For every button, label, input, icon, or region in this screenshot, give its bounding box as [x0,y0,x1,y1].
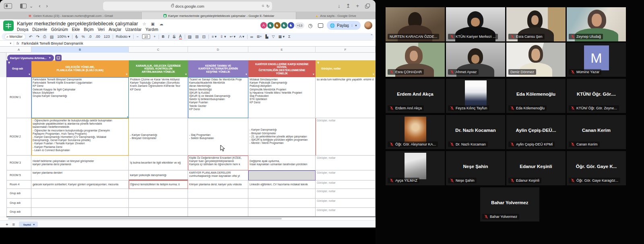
percent-format-icon[interactable]: % [82,35,85,39]
share-icon[interactable]: ↥ [346,0,351,12]
table-cell-D[interactable]: Kişilik Öz Değerlendirme Envanteri (KÖDE… [188,156,248,170]
participant-tile[interactable]: Ayça YILMAZ [386,151,445,185]
google-sheets-logo-icon[interactable] [3,21,14,31]
participant-tile[interactable]: KTÜN Kariyer Merkezi ... [446,7,505,41]
row-label-cell[interactable]: Grup adı [6,199,31,208]
participant-tile[interactable]: NURTEN KARACAN ÖZDE... [386,7,445,41]
column-header-F[interactable]: F [316,47,376,53]
header-dropdown-icon[interactable]: ▼ [185,73,187,76]
collaborator-avatar[interactable]: ♞ [267,22,274,29]
sidebar-chevron-icon[interactable]: ⌄ [29,0,33,12]
table-cell-B[interactable]: - Öğrencilerin profesyoneller ile buluşt… [31,118,129,156]
row-label-cell[interactable]: ROOM 2 [6,118,31,156]
table-cell-B[interactable]: Hedef belirleme çalışmaları ve bireysel … [31,156,129,170]
vertical-align-icon[interactable]: ⇳ ▾ [220,35,226,39]
row-label-cell[interactable]: ROOM 3 [6,156,31,170]
currency-format-icon[interactable]: ₺ [75,35,78,39]
horizontal-align-icon[interactable]: ≡ ▾ [212,35,217,39]
collaborator-avatar[interactable]: A [260,22,267,29]
collaborator-avatar[interactable]: ♞ [281,22,288,29]
table-header-C[interactable]: KARARLILIK, GELECEK ÜZERİNDE KİŞİSEL KON… [129,60,188,77]
menu-item-ekle[interactable]: Ekle [72,27,80,32]
paint-format-icon[interactable]: ▤ [50,35,54,39]
menu-item-görünüm[interactable]: Görünüm [51,27,68,32]
tab-pill-sheet-icon[interactable] [55,55,62,61]
table-cell-D[interactable] [188,208,248,217]
table-cell-F[interactable]: Görüşler, notlar [316,118,376,156]
undo-icon[interactable]: ↶ [29,35,32,39]
column-header-B[interactable]: B [31,47,129,53]
filter-funnel-icon[interactable] [8,62,10,65]
table-cell-E[interactable] [248,189,316,199]
redo-icon[interactable]: ↷ [36,35,39,39]
collaborator-avatar[interactable]: ♞ [274,22,281,29]
table-cell-F[interactable]: su anda tum katilimcilar giris yapabilir… [316,77,376,118]
table-cell-F[interactable]: Görüşler, notlar [316,199,376,208]
table-cell-F[interactable]: Görüşler, notlar [316,208,376,217]
sheet-tab-menu-icon[interactable]: ▼ [33,223,35,226]
menu-item-araçlar[interactable]: Araçlar [109,27,122,32]
zoom-select[interactable]: 100% ▾ [57,35,69,39]
collaborator-avatar[interactable]: ♞ [287,22,295,29]
table-cell-C[interactable]: Problem Çözme ve Karar Verme Atölyesi Ka… [129,77,188,118]
back-button[interactable]: ‹ [39,0,40,12]
tab-overview-icon[interactable] [365,4,370,8]
filter-funnel-icon[interactable] [317,62,320,65]
participant-tile[interactable]: Erdem Anıl Akça Erdem Anıl Akça [386,79,445,113]
menus-search-button[interactable]: ⌕ Menüler [5,34,25,39]
comments-icon[interactable] [318,23,323,28]
table-cell-C[interactable]: İş bulma becerileri ile ilgili etkinlikl… [129,156,188,170]
menu-item-uzantılar[interactable]: Uzantılar [126,27,142,32]
row-label-cell[interactable]: ROOM 1 [6,77,31,118]
column-header-A[interactable]: A [6,47,31,53]
version-history-icon[interactable]: ◷ [308,23,312,29]
font-size-increase[interactable]: + [154,35,156,39]
font-size-decrease[interactable]: − [136,35,138,39]
browser-tab[interactable]: ▲Ana sayfa - Google Drive [296,12,376,19]
number-format-icon[interactable]: 123 [104,35,110,39]
participant-tile[interactable]: Feyza Kılınç Tayfun [446,79,505,113]
table-cell-E[interactable] [248,208,316,217]
table-header-A[interactable]: Grup adı▼ [6,60,31,77]
participant-tile[interactable]: Eda Kölemenoğlu Eda Kölemenoğlu [506,79,566,113]
name-box[interactable]: ▾ [0,42,11,45]
collapse-toolbar-icon[interactable]: ⌃ [370,34,373,38]
participant-tile[interactable]: Dr. Nazlı Kocaman Dr. Nazlı Kocaman [446,115,505,149]
participant-tile[interactable]: Deniz Dönmez [506,43,566,77]
table-header-B[interactable]: GELECEĞE YÖNELME, PLANLILIĞA YÖNELİK (İL… [31,60,129,77]
row-label-cell[interactable]: Grup adı [6,189,31,199]
row-label-cell[interactable]: Grup adı [6,208,31,217]
new-tab-icon[interactable]: + [356,0,359,12]
text-color-icon[interactable]: A [179,34,182,39]
window-controls-icon[interactable] [4,3,12,9]
formula-value[interactable]: Farkındalık Temelli Bireysel Danışmanlık [22,41,83,45]
table-cell-D[interactable] [188,189,248,199]
header-dropdown-icon[interactable]: ▼ [28,73,31,76]
participant-tile[interactable]: Esra ÇOHADAR [386,43,445,77]
table-cell-E[interactable]: - Kariyer Danışmanlığı - Bireysel Görüşm… [248,118,316,156]
table-header-E[interactable]: KARİYER ENGELLERİNE KARŞI KENDİNE GÜVEN,… [248,60,316,77]
header-dropdown-icon[interactable]: ▼ [372,73,375,76]
insert-link-icon[interactable]: ∞ [250,35,253,39]
column-header-D[interactable]: D [188,47,248,53]
header-dropdown-icon[interactable]: ▼ [126,73,128,76]
font-select[interactable]: Roboto ▾ [116,35,130,39]
table-views-icon[interactable]: ▦ ▾ [278,35,285,39]
table-cell-F[interactable]: Görüşler, notlar [316,189,376,199]
participant-tile[interactable]: Esra Cansu Şen [506,7,566,41]
star-icon[interactable]: ☆ [142,22,146,26]
reload-icon[interactable]: ↻ [266,4,270,8]
text-wrap-icon[interactable]: ↩ ▾ [230,35,236,39]
table-cell-E[interactable]: Mülakat Simülasyonları Kariyer Psikoloji… [248,77,316,118]
increase-decimal-icon[interactable]: .00 [95,35,100,39]
page-permissions-icon[interactable]: ᴳ [262,4,264,8]
table-cell-B[interactable]: gelecek kariyerim sohbetleri; Kariyer gü… [31,180,129,189]
insert-comment-icon[interactable]: ⊞+ [257,35,262,39]
decrease-decimal-icon[interactable]: .0 [89,35,92,39]
table-cell-C[interactable]: kariyer psikolojik danışmanlığı [129,170,188,180]
menu-item-veri[interactable]: Veri [98,27,105,32]
table-header-D[interactable]: KENDİNİ TANIMA VE KARİYER ALTERNATİFLERİ… [188,60,248,77]
table-cell-B[interactable]: kariyer planlama dersleri [31,170,129,180]
table-cell-C[interactable] [129,208,188,217]
table-cell-B[interactable] [31,199,129,208]
